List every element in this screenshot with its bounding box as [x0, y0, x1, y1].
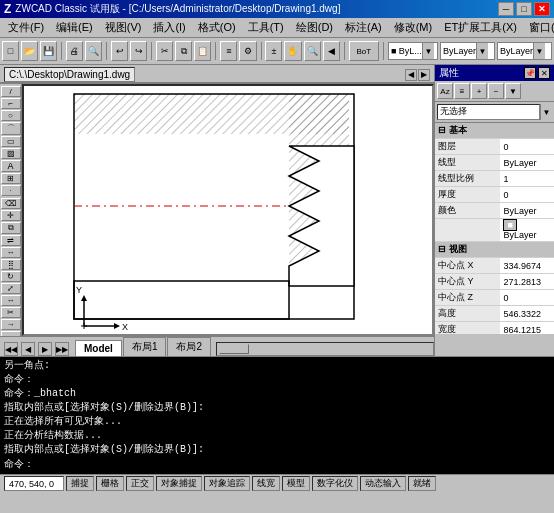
panel-remove-btn[interactable]: − — [488, 83, 504, 99]
menu-dimension[interactable]: 标注(A) — [339, 18, 388, 37]
extend-tool[interactable]: → — [1, 319, 21, 330]
polyline-tool[interactable]: ⌐ — [1, 98, 21, 109]
file-path[interactable]: C:\.\Desktop\Drawing1.dwg — [4, 67, 135, 82]
panel-alphabetical-btn[interactable]: Az — [437, 83, 453, 99]
rect-tool[interactable]: ▭ — [1, 136, 21, 147]
point-tool[interactable]: · — [1, 185, 21, 196]
close-button[interactable]: ✕ — [534, 2, 550, 16]
prop-value-thickness[interactable]: 0 — [500, 187, 554, 203]
menu-view[interactable]: 视图(V) — [99, 18, 148, 37]
prop-value-linetype[interactable]: ByLayer — [500, 155, 554, 171]
lineweight-combo[interactable]: ByLayer ▼ — [497, 42, 552, 60]
tab-layout2[interactable]: 布局2 — [167, 337, 211, 356]
paste-button[interactable]: 📋 — [194, 41, 211, 61]
h-scrollbar-thumb[interactable] — [219, 344, 249, 354]
h-scrollbar[interactable] — [216, 342, 434, 356]
properties-button[interactable]: ⚙ — [239, 41, 256, 61]
print-button[interactable]: 🖨 — [66, 41, 83, 61]
prop-value-layer[interactable]: 0 — [500, 139, 554, 155]
menu-modify[interactable]: 修改(M) — [388, 18, 439, 37]
copy-tool[interactable]: ⧉ — [1, 222, 21, 234]
rotate-tool[interactable]: ↻ — [1, 271, 21, 282]
undo-button[interactable]: ↩ — [111, 41, 128, 61]
line-tool[interactable]: / — [1, 86, 21, 97]
scale-tool[interactable]: ⤢ — [1, 283, 21, 294]
digitize-toggle[interactable]: 数字化仪 — [312, 476, 358, 491]
ortho-toggle[interactable]: 正交 — [126, 476, 154, 491]
dynamic-toggle[interactable]: 动态输入 — [360, 476, 406, 491]
drawing-svg[interactable]: X Y — [24, 86, 432, 334]
linetype-combo[interactable]: ByLayer ▼ — [440, 42, 495, 60]
prop-value-linescale[interactable]: 1 — [500, 171, 554, 187]
zoom-previous-button[interactable]: ◀ — [323, 41, 340, 61]
array-tool[interactable]: ⣿ — [1, 259, 21, 270]
panel-close-btn[interactable]: ✕ — [538, 67, 550, 79]
drawing-area[interactable]: X Y — [22, 84, 434, 336]
pan-realtime-button[interactable]: ✋ — [284, 41, 301, 61]
open-button[interactable]: 📂 — [21, 41, 38, 61]
tab-next-btn[interactable]: ▶▶ — [55, 342, 69, 356]
prop-value-cz[interactable]: 0 — [500, 290, 554, 306]
move-tool[interactable]: ✛ — [1, 210, 21, 221]
menu-format[interactable]: 格式(O) — [192, 18, 242, 37]
text-tool[interactable]: A — [1, 160, 21, 172]
trim-tool[interactable]: ✂ — [1, 307, 21, 318]
copy-button[interactable]: ⧉ — [175, 41, 192, 61]
save-button[interactable]: 💾 — [40, 41, 57, 61]
panel-add-btn[interactable]: + — [471, 83, 487, 99]
offset-tool[interactable]: ↔ — [1, 247, 21, 258]
menu-window[interactable]: 窗口(W) — [523, 18, 554, 37]
panel-filter-btn[interactable]: ▼ — [505, 83, 521, 99]
snap-toggle[interactable]: 捕捉 — [66, 476, 94, 491]
panel-category-btn[interactable]: ≡ — [454, 83, 470, 99]
selection-dropdown-arrow[interactable]: ▼ — [540, 104, 552, 120]
linetype-dropdown-arrow[interactable]: ▼ — [476, 43, 488, 59]
erase-tool[interactable]: ⌫ — [1, 198, 21, 209]
color-combo[interactable]: ■ ByL... ▼ — [388, 42, 438, 60]
selection-dropdown[interactable]: 无选择 — [437, 104, 540, 120]
polar-toggle[interactable]: 对象捕捉 — [156, 476, 202, 491]
match-button[interactable]: ≡ — [220, 41, 237, 61]
menu-et[interactable]: ET扩展工具(X) — [438, 18, 523, 37]
color-dropdown-arrow[interactable]: ▼ — [422, 43, 434, 59]
menu-tools[interactable]: 工具(T) — [242, 18, 290, 37]
minimize-button[interactable]: ─ — [498, 2, 514, 16]
cut-button[interactable]: ✂ — [156, 41, 173, 61]
collapse-panel-btn[interactable]: ◀ — [405, 69, 417, 81]
maximize-button[interactable]: □ — [516, 2, 532, 16]
stretch-tool[interactable]: ↔ — [1, 295, 21, 306]
tab-model[interactable]: Model — [75, 340, 122, 356]
lineweight-dropdown-arrow[interactable]: ▼ — [533, 43, 545, 59]
prop-value-height[interactable]: 546.3322 — [500, 306, 554, 322]
prop-value-color[interactable]: ByLayer — [500, 203, 554, 219]
tab-prev-btn[interactable]: ◀◀ — [4, 342, 18, 356]
prop-value-width[interactable]: 864.1215 — [500, 322, 554, 335]
model-toggle[interactable]: 模型 — [282, 476, 310, 491]
tab-prev1-btn[interactable]: ◀ — [21, 342, 35, 356]
prop-value-cx[interactable]: 334.9674 — [500, 258, 554, 274]
prop-value-cy[interactable]: 271.2813 — [500, 274, 554, 290]
redo-button[interactable]: ↪ — [130, 41, 147, 61]
menu-insert[interactable]: 插入(I) — [147, 18, 191, 37]
grid-toggle[interactable]: 栅格 — [96, 476, 124, 491]
menu-file[interactable]: 文件(F) — [2, 18, 50, 37]
menu-draw[interactable]: 绘图(D) — [290, 18, 339, 37]
expand-panel-btn[interactable]: ▶ — [418, 69, 430, 81]
tab-layout1[interactable]: 布局1 — [123, 337, 167, 356]
tab-next1-btn[interactable]: ▶ — [38, 342, 52, 356]
coordinates-display[interactable]: 470, 540, 0 — [4, 476, 64, 491]
menu-edit[interactable]: 编辑(E) — [50, 18, 99, 37]
command-input[interactable] — [34, 459, 550, 470]
zoom-button[interactable]: 🔍 — [304, 41, 321, 61]
osnap-toggle[interactable]: 对象追踪 — [204, 476, 250, 491]
bot-btn[interactable]: BoT — [349, 41, 380, 61]
mirror-tool[interactable]: ⇌ — [1, 235, 21, 246]
hatch-tool[interactable]: ▨ — [1, 148, 21, 159]
panel-pin-btn[interactable]: 📌 — [524, 67, 536, 79]
zoom-realtime-button[interactable]: ± — [265, 41, 282, 61]
print-preview-button[interactable]: 🔍 — [85, 41, 102, 61]
lineweight-toggle[interactable]: 线宽 — [252, 476, 280, 491]
circle-tool[interactable]: ○ — [1, 110, 21, 121]
prop-value-colorbox[interactable]: ■ ByLayer — [500, 219, 554, 242]
insert-block-tool[interactable]: ⊞ — [1, 173, 21, 184]
